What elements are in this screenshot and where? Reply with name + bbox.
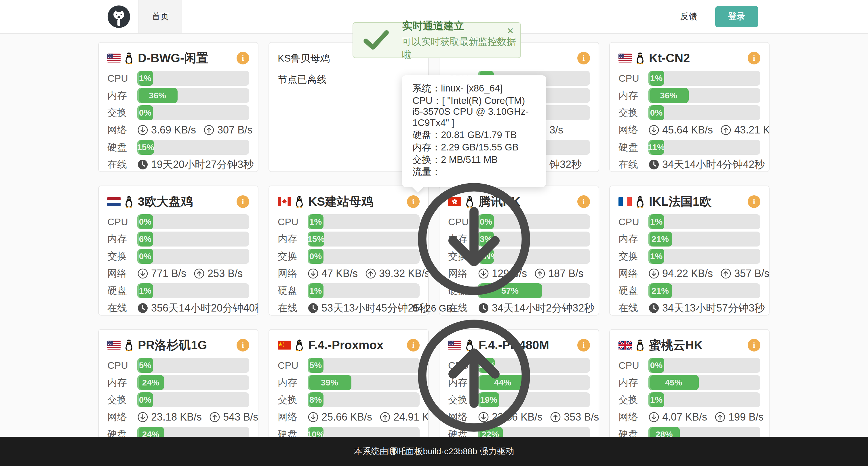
server-name: Kt-CN2 [649, 51, 748, 65]
upload-arrow-icon [550, 412, 561, 423]
server-info-icon[interactable]: i [237, 52, 249, 64]
server-card-header: D-BWG-闲置i [107, 49, 249, 67]
tooltip-label: 内存： [412, 142, 441, 153]
toast-title: 实时通道建立 [402, 19, 520, 33]
cpu-usage-value-chip: 5% [137, 358, 153, 373]
swap-usage-value-chip: 0% [648, 105, 664, 120]
server-card: D-BWG-闲置iCPU1%内存36%交换0%网络3.69 KB/s307 B/… [98, 42, 258, 172]
download-speed: 3.69 KB/s [151, 124, 196, 136]
memory-usage-bar: 45% [648, 375, 761, 390]
cpu-usage-value-chip: 5% [308, 358, 323, 373]
flag-ca-icon [278, 197, 291, 206]
memory-usage-row: 内存21% [618, 232, 761, 246]
swap-usage-row: 交换0% [107, 105, 249, 120]
server-info-icon[interactable]: i [237, 339, 249, 352]
row-label: 硬盘 [618, 141, 648, 154]
swap-usage-row: 交换8% [278, 392, 420, 407]
row-label: 硬盘 [278, 284, 308, 297]
server-info-icon[interactable]: i [748, 195, 761, 208]
upload-arrow-icon [715, 412, 725, 423]
tooltip-line: 流量：84.26 GB43.6 GB [412, 166, 536, 451]
download-speed: 45.64 KB/s [662, 124, 713, 136]
row-label: 内存 [618, 232, 648, 246]
swap-usage-bar: 0% [137, 392, 249, 407]
tooltip-value: 20.81 GB/1.79 TB [441, 129, 517, 140]
nav-link-feedback[interactable]: 反馈 [680, 11, 698, 23]
memory-usage-value-chip: 36% [137, 88, 178, 103]
tooltip-label: 硬盘： [412, 129, 441, 140]
memory-usage-value-chip: 6% [137, 232, 153, 246]
row-label: 内存 [107, 89, 137, 102]
row-label: 交换 [618, 106, 648, 120]
offline-status-text: 节点已离线 [278, 73, 420, 86]
linux-tux-icon [294, 339, 304, 351]
toast-close-icon[interactable]: ✕ [507, 27, 514, 35]
server-card-header: F.4.-Proxmoxi [278, 336, 420, 355]
row-label: 交换 [107, 250, 137, 263]
flag-gb-icon [618, 341, 632, 350]
linux-tux-icon [294, 196, 304, 208]
login-button[interactable]: 登录 [715, 6, 758, 27]
row-label: 网络 [107, 124, 137, 137]
uptime-text: 356天14小时20分钟40秒 [151, 301, 258, 315]
uptime-text: 34天14小时4分钟42秒 [662, 158, 765, 172]
row-label: CPU [618, 73, 648, 84]
network-row: 网络23.18 KB/s543 B/s [107, 410, 249, 425]
online-time-row: 在线34天14小时4分钟42秒 [618, 157, 761, 172]
swap-usage-value-chip: 0% [308, 249, 323, 264]
server-card: IKL法国1欧iCPU1%内存21%交换1%网络94.22 KB/s357 B/… [609, 186, 770, 315]
network-row: 网络4.07 KB/s199 B/s [618, 410, 761, 425]
server-info-icon[interactable]: i [748, 52, 761, 64]
memory-usage-value-chip: 15% [308, 232, 324, 246]
cpu-usage-row: CPU5% [107, 358, 249, 373]
upload-arrow-icon [209, 412, 220, 423]
cpu-usage-value-chip: 1% [137, 71, 153, 86]
server-info-icon[interactable]: i [748, 339, 761, 352]
footer: 本系统由 哪吒面板 build·c23b88b 强力驱动 [0, 437, 868, 466]
nav-tab-home[interactable]: 首页 [138, 0, 182, 33]
disk-usage-bar: 1% [137, 284, 249, 298]
tooltip-line: 交换：2 MB/511 MB [412, 154, 536, 165]
swap-usage-bar: 1% [648, 392, 761, 407]
network-speeds: 94.22 KB/s357 B/s [648, 268, 769, 279]
row-label: 交换 [618, 250, 648, 263]
memory-usage-value-chip: 24% [137, 375, 164, 390]
site-logo-cat-avatar[interactable] [105, 3, 132, 30]
upload-arrow-icon [720, 268, 731, 279]
clock-icon [137, 159, 148, 170]
server-info-icon[interactable]: i [237, 195, 249, 208]
server-info-icon[interactable]: i [577, 339, 590, 352]
online-time-row: 在线356天14小时20分钟40秒 [107, 301, 249, 315]
upload-arrow-icon [194, 268, 205, 279]
online-duration-fragment: 钟32秒 [549, 158, 582, 172]
disk-usage-value-chip: 1% [137, 284, 153, 298]
server-info-icon[interactable]: i [577, 52, 590, 64]
cpu-usage-row: CPU0% [618, 358, 761, 373]
swap-usage-row: 交换0% [107, 392, 249, 407]
cpu-usage-value-chip: 0% [137, 214, 153, 229]
network-row: 网络94.22 KB/s357 B/s [618, 266, 761, 281]
server-info-icon[interactable]: i [577, 195, 590, 208]
memory-usage-bar: 24% [137, 375, 249, 390]
upload-arrow-icon [204, 125, 214, 135]
row-label: 交换 [278, 250, 308, 263]
download-speed: 4.07 KB/s [662, 411, 707, 423]
memory-usage-row: 内存39% [278, 375, 420, 390]
disk-usage-value-chip: 15% [137, 140, 154, 155]
linux-tux-icon [635, 339, 645, 351]
swap-usage-row: 交换0% [278, 249, 420, 264]
cpu-usage-bar: 5% [137, 358, 249, 373]
tooltip-label: 交换： [412, 154, 441, 165]
tooltip-value: 2.29 GB/15.55 GB [441, 142, 519, 153]
upload-arrow-icon [365, 268, 376, 279]
footer-panel-link[interactable]: 哪吒面板 [389, 445, 423, 457]
upload-arrow-icon [720, 125, 731, 135]
upload-speed: 357 B/s [734, 268, 769, 279]
row-label: CPU [278, 360, 308, 371]
swap-usage-row: 交换1% [618, 392, 761, 407]
server-info-tooltip: 系统：linux- [x86_64]CPU：[ "Intel(R) Core(T… [402, 75, 546, 187]
tooltip-line: 内存：2.29 GB/15.55 GB [412, 142, 536, 153]
download-arrow-icon [412, 292, 536, 303]
tooltip-label: 流量： [412, 166, 441, 177]
memory-usage-bar: 39% [308, 375, 420, 390]
